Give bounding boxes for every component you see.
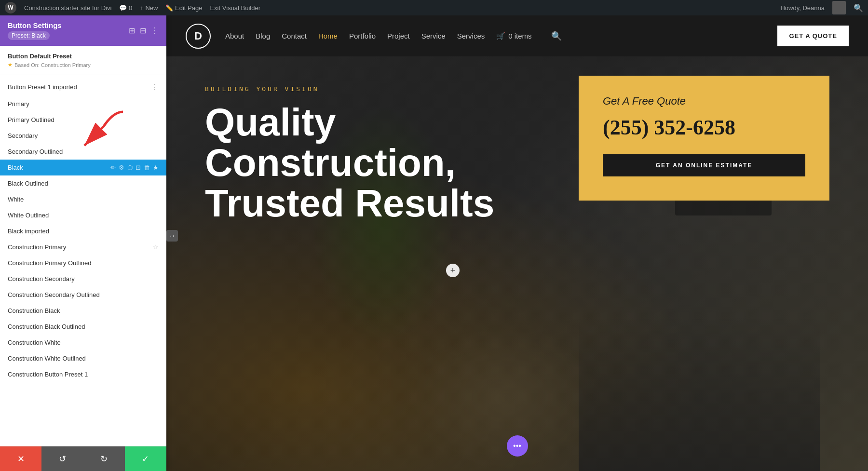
- cancel-button[interactable]: ✕: [0, 446, 41, 471]
- admin-bar-new: + New: [140, 4, 158, 12]
- preset-item-black-imported[interactable]: Black imported: [0, 223, 166, 239]
- preset-item-secondary[interactable]: Secondary: [0, 128, 166, 144]
- admin-howdy: Howdy, Deanna: [780, 4, 825, 12]
- preset-item-label: White: [8, 196, 159, 203]
- nav-about[interactable]: About: [225, 32, 244, 40]
- default-preset-title: Button Default Preset: [8, 53, 159, 60]
- preset-item-white[interactable]: White: [0, 191, 166, 207]
- cart-item[interactable]: 🛒 0 items: [496, 32, 531, 40]
- panel-preset-badge[interactable]: Preset: Black: [8, 31, 50, 40]
- preset-item-label: Black Outlined: [8, 180, 159, 187]
- admin-new[interactable]: + New: [140, 4, 158, 12]
- website-preview: D About Blog Contact Home Portfolio Proj…: [166, 15, 868, 471]
- get-quote-button[interactable]: GET A QUOTE: [777, 26, 849, 46]
- preset-item-label: Black imported: [8, 228, 159, 235]
- preset-item-label: Construction Secondary Outlined: [8, 291, 159, 298]
- preset-item-imported[interactable]: Button Preset 1 imported⋮: [0, 78, 166, 96]
- preset-item-secondary-outlined[interactable]: Secondary Outlined: [0, 144, 166, 160]
- preset-item-label: Secondary: [8, 132, 159, 139]
- nav-project[interactable]: Project: [387, 32, 410, 40]
- preset-item-black[interactable]: Black✏⚙⬡⊡🗑★: [0, 160, 166, 175]
- cart-count: 0 items: [508, 32, 531, 40]
- edit-icon[interactable]: ✏: [110, 164, 116, 171]
- star-icon: ★: [8, 62, 13, 68]
- bottom-bar: ✕ ↺ ↻ ✓: [0, 446, 166, 471]
- panel-header: Button Settings Preset: Black ⊞ ⊟ ⋮: [0, 15, 166, 46]
- hero-title: Quality Construction, Trusted Results: [205, 102, 591, 224]
- preset-item-white-outlined[interactable]: White Outlined: [0, 207, 166, 223]
- default-preset-section: Button Default Preset ★ Based On: Constr…: [0, 46, 166, 75]
- preset-item-label: Construction White Outlined: [8, 355, 159, 362]
- preset-item-label: Construction Primary Outlined: [8, 259, 159, 267]
- wp-logo-icon[interactable]: W: [5, 2, 16, 13]
- panel-columns-icon[interactable]: ⊟: [140, 26, 146, 35]
- panel-title: Button Settings: [8, 21, 62, 29]
- admin-bar-site: Construction starter site for Divi: [24, 4, 111, 12]
- nav-home[interactable]: Home: [318, 32, 338, 40]
- panel-more-icon[interactable]: ⋮: [151, 26, 159, 35]
- site-search-icon[interactable]: 🔍: [551, 31, 562, 41]
- panel-header-icons: ⊞ ⊟ ⋮: [129, 26, 159, 35]
- save-button[interactable]: ✓: [125, 446, 166, 471]
- redo-icon: ↻: [100, 454, 108, 464]
- preset-item-primary-outlined[interactable]: Primary Outlined: [0, 112, 166, 128]
- wp-admin-bar: W Construction starter site for Divi 💬 0…: [0, 0, 868, 15]
- preset-item-label: Construction Secondary: [8, 275, 159, 283]
- copy-icon[interactable]: ⊡: [136, 164, 141, 171]
- quote-card: Get A Free Quote (255) 352-6258 GET AN O…: [579, 76, 829, 201]
- site-logo: D: [186, 24, 211, 49]
- admin-exit-builder[interactable]: Exit Visual Builder: [210, 4, 260, 12]
- preset-item-construction-primary-outlined[interactable]: Construction Primary Outlined: [0, 255, 166, 271]
- default-preset-subtitle: ★ Based On: Construction Primary: [8, 62, 159, 68]
- preset-list: Button Preset 1 imported⋮PrimaryPrimary …: [0, 75, 166, 446]
- preset-item-label: Black: [8, 164, 110, 171]
- preset-item-label: Primary Outlined: [8, 116, 159, 123]
- nav-service[interactable]: Service: [421, 32, 446, 40]
- save-icon: ✓: [142, 454, 149, 464]
- redo-button[interactable]: ↻: [83, 446, 125, 471]
- preset-item-label: Button Preset 1 imported: [8, 83, 151, 91]
- preset-item-primary[interactable]: Primary: [0, 96, 166, 112]
- undo-icon: ↺: [59, 454, 66, 464]
- resize-handle[interactable]: ↔: [166, 230, 178, 242]
- preset-item-label: White Outlined: [8, 212, 159, 219]
- admin-bar-exit: Exit Visual Builder: [210, 4, 260, 12]
- quote-card-phone: (255) 352-6258: [603, 115, 805, 140]
- add-content-button[interactable]: +: [446, 264, 460, 277]
- preset-item-label: Construction White: [8, 339, 159, 346]
- preset-item-construction-black[interactable]: Construction Black: [0, 303, 166, 319]
- admin-comments[interactable]: 💬 0: [119, 4, 132, 12]
- admin-search-icon[interactable]: 🔍: [854, 3, 863, 13]
- more-options-button[interactable]: •••: [507, 435, 528, 457]
- preset-item-construction-preset-1[interactable]: Construction Button Preset 1: [0, 366, 166, 382]
- preset-item-actions: ✏⚙⬡⊡🗑★: [110, 164, 159, 171]
- undo-button[interactable]: ↺: [41, 446, 83, 471]
- preset-more-icon[interactable]: ⋮: [151, 82, 159, 92]
- preset-star-icon[interactable]: ☆: [153, 243, 159, 251]
- preset-item-black-outlined[interactable]: Black Outlined: [0, 175, 166, 191]
- nav-blog[interactable]: Blog: [256, 32, 270, 40]
- preset-item-label: Primary: [8, 100, 159, 108]
- preset-item-construction-white-outlined[interactable]: Construction White Outlined: [0, 350, 166, 366]
- star-icon[interactable]: ★: [153, 164, 159, 171]
- panel-grid-icon[interactable]: ⊞: [129, 26, 135, 35]
- admin-edit-page[interactable]: ✏️ Edit Page: [165, 4, 202, 12]
- hero-section: BUILDING YOUR VISION Quality Constructio…: [166, 56, 868, 471]
- preset-item-construction-secondary[interactable]: Construction Secondary: [0, 271, 166, 287]
- nav-contact[interactable]: Contact: [282, 32, 307, 40]
- delete-icon[interactable]: 🗑: [144, 164, 150, 171]
- preset-item-construction-white[interactable]: Construction White: [0, 335, 166, 350]
- preset-item-construction-secondary-outlined[interactable]: Construction Secondary Outlined: [0, 287, 166, 303]
- nav-portfolio[interactable]: Portfolio: [349, 32, 376, 40]
- based-on-text: Based On: Construction Primary: [14, 62, 91, 68]
- admin-site-name[interactable]: Construction starter site for Divi: [24, 4, 111, 12]
- admin-avatar: [832, 1, 846, 14]
- preset-item-construction-black-outlined[interactable]: Construction Black Outlined: [0, 319, 166, 335]
- left-panel: Button Settings Preset: Black ⊞ ⊟ ⋮ Butt…: [0, 15, 166, 471]
- preset-item-construction-primary[interactable]: Construction Primary☆: [0, 239, 166, 255]
- nav-services[interactable]: Services: [457, 32, 485, 40]
- cancel-icon: ✕: [17, 454, 25, 464]
- duplicate-icon[interactable]: ⬡: [127, 164, 133, 171]
- settings-icon[interactable]: ⚙: [119, 164, 124, 171]
- get-estimate-button[interactable]: GET AN ONLINE ESTIMATE: [603, 154, 805, 176]
